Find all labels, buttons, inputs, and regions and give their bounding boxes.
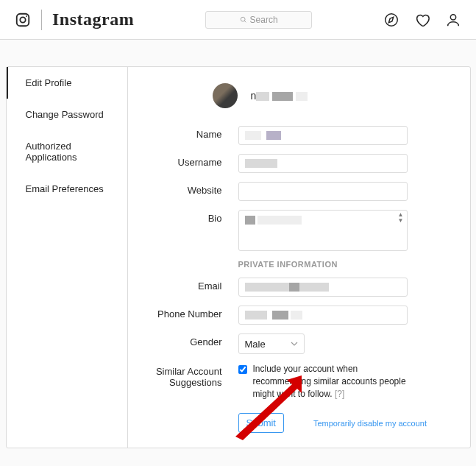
- profile-icon[interactable]: [445, 12, 461, 28]
- svg-point-3: [241, 17, 245, 21]
- phone-input[interactable]: [238, 306, 408, 325]
- logo-divider: [41, 10, 42, 30]
- search-icon: [240, 16, 247, 24]
- name-label: Name: [128, 126, 238, 140]
- settings-form: n Name Username Website Bio ▲▼ PRIVATE I…: [128, 67, 470, 448]
- settings-panel: Edit Profile Change Password Authorized …: [6, 66, 471, 448]
- svg-point-7: [450, 14, 455, 19]
- sidebar-item-change-password[interactable]: Change Password: [7, 99, 127, 130]
- email-input[interactable]: [238, 278, 408, 297]
- settings-sidebar: Edit Profile Change Password Authorized …: [7, 67, 128, 448]
- submit-button[interactable]: Submit: [238, 413, 284, 433]
- similar-help-link[interactable]: [?]: [335, 389, 344, 399]
- similar-label: Similar AccountSuggestions: [128, 363, 238, 388]
- name-prefix: n: [251, 90, 257, 102]
- svg-rect-0: [17, 13, 29, 26]
- avatar[interactable]: [213, 83, 238, 108]
- search-placeholder: Search: [250, 15, 278, 25]
- profile-display-name: n: [251, 90, 308, 102]
- instagram-glyph-icon[interactable]: [15, 12, 31, 28]
- gender-select[interactable]: Male: [238, 333, 305, 354]
- activity-heart-icon[interactable]: [414, 12, 430, 28]
- gender-label: Gender: [128, 333, 238, 347]
- email-label: Email: [128, 278, 238, 292]
- svg-line-4: [244, 21, 246, 22]
- header-actions: [383, 12, 461, 28]
- profile-header: n: [213, 83, 441, 108]
- sidebar-item-email-prefs[interactable]: Email Preferences: [7, 173, 127, 205]
- top-nav: Instagram Search: [0, 0, 476, 40]
- temporarily-disable-link[interactable]: Temporarily disable my account: [313, 419, 427, 428]
- bio-textarea[interactable]: ▲▼: [238, 210, 408, 251]
- svg-point-1: [20, 17, 25, 22]
- sidebar-item-edit-profile[interactable]: Edit Profile: [7, 67, 127, 99]
- similar-accounts-text: Include your account when recommending s…: [253, 363, 415, 400]
- chevron-down-icon: [291, 340, 298, 347]
- private-info-heading: PRIVATE INFORMATION: [238, 260, 441, 269]
- explore-icon[interactable]: [383, 12, 399, 28]
- website-label: Website: [128, 182, 238, 196]
- svg-point-5: [386, 13, 398, 26]
- gender-value: Male: [245, 339, 266, 350]
- search-input[interactable]: Search: [205, 11, 312, 29]
- svg-marker-6: [388, 17, 393, 22]
- username-label: Username: [128, 154, 238, 168]
- website-input[interactable]: [238, 182, 408, 201]
- wordmark[interactable]: Instagram: [52, 10, 134, 29]
- sidebar-item-authorized-apps[interactable]: Authorized Applications: [7, 130, 127, 173]
- logo-block: Instagram: [15, 10, 134, 30]
- bio-label: Bio: [128, 210, 238, 224]
- name-input[interactable]: [238, 126, 408, 145]
- svg-point-2: [26, 15, 27, 17]
- phone-label: Phone Number: [128, 306, 238, 320]
- similar-accounts-checkbox[interactable]: [238, 365, 247, 374]
- username-input[interactable]: [238, 154, 408, 173]
- search-wrap: Search: [134, 11, 383, 29]
